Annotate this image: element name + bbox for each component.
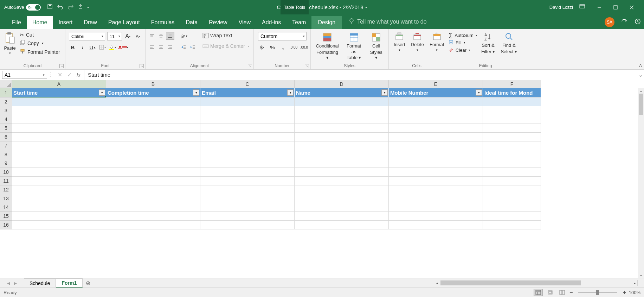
- cell[interactable]: [483, 194, 541, 203]
- row-header-3[interactable]: 3: [0, 106, 12, 115]
- cell[interactable]: [295, 177, 389, 185]
- cell[interactable]: [106, 150, 200, 159]
- cell[interactable]: [200, 97, 295, 106]
- scroll-right-icon[interactable]: ▸: [632, 280, 637, 286]
- cell[interactable]: [483, 150, 541, 159]
- cell[interactable]: [200, 221, 295, 229]
- minimize-button[interactable]: [591, 0, 607, 14]
- sheet-tab-form1[interactable]: Form1: [56, 278, 83, 287]
- autosave-toggle[interactable]: On: [26, 4, 41, 11]
- redo-icon[interactable]: [67, 4, 74, 11]
- scroll-left-icon[interactable]: ◂: [434, 280, 440, 286]
- cell[interactable]: [106, 141, 200, 150]
- fill-color-button[interactable]: ▾: [108, 43, 116, 51]
- merge-center-button[interactable]: Merge & Center▾: [201, 43, 251, 50]
- expand-formula-bar-button[interactable]: ⌄: [637, 70, 644, 80]
- share-icon[interactable]: [621, 18, 628, 26]
- tab-data[interactable]: Data: [180, 16, 203, 29]
- cell[interactable]: [483, 159, 541, 168]
- cell[interactable]: [200, 133, 295, 141]
- cell[interactable]: [483, 141, 541, 150]
- qat-customize-icon[interactable]: ▾: [87, 5, 89, 9]
- table-header-cell[interactable]: Completion time▾: [106, 88, 200, 97]
- cell[interactable]: [295, 212, 389, 221]
- save-icon[interactable]: [47, 4, 53, 11]
- history-icon[interactable]: [634, 18, 641, 26]
- cell[interactable]: [295, 185, 389, 194]
- cell[interactable]: [12, 106, 106, 115]
- normal-view-button[interactable]: [534, 289, 543, 296]
- tab-addins[interactable]: Add-ins: [256, 16, 286, 29]
- decrease-indent-button[interactable]: [179, 43, 188, 51]
- cell[interactable]: [200, 106, 295, 115]
- cell[interactable]: [12, 185, 106, 194]
- cell[interactable]: [200, 177, 295, 185]
- cell[interactable]: [389, 212, 483, 221]
- cell[interactable]: [389, 221, 483, 229]
- cell[interactable]: [295, 203, 389, 212]
- row-header-8[interactable]: 8: [0, 150, 12, 159]
- tab-file[interactable]: File: [6, 16, 27, 29]
- row-header-10[interactable]: 10: [0, 168, 12, 177]
- cell[interactable]: [483, 203, 541, 212]
- tab-page-layout[interactable]: Page Layout: [103, 16, 146, 29]
- cell[interactable]: [483, 212, 541, 221]
- column-header-D[interactable]: D: [295, 80, 389, 88]
- page-layout-view-button[interactable]: [546, 289, 555, 296]
- cell[interactable]: [483, 124, 541, 133]
- clear-button[interactable]: Clear▾: [449, 47, 477, 53]
- formula-input[interactable]: Start time: [84, 70, 637, 80]
- cell[interactable]: [389, 194, 483, 203]
- column-header-F[interactable]: F: [483, 80, 541, 88]
- font-color-button[interactable]: A▾: [118, 43, 128, 51]
- cell[interactable]: [106, 185, 200, 194]
- tab-design[interactable]: Design: [311, 16, 342, 29]
- enter-icon[interactable]: ✓: [67, 71, 72, 78]
- tab-view[interactable]: View: [233, 16, 256, 29]
- sheet-prev-icon[interactable]: ◂: [7, 280, 10, 286]
- cell[interactable]: [106, 194, 200, 203]
- cell[interactable]: [106, 203, 200, 212]
- cell[interactable]: [483, 106, 541, 115]
- cell[interactable]: [295, 159, 389, 168]
- cell[interactable]: [200, 203, 295, 212]
- cell[interactable]: [483, 115, 541, 124]
- cell[interactable]: [295, 194, 389, 203]
- cell[interactable]: [106, 106, 200, 115]
- cell[interactable]: [295, 97, 389, 106]
- cell[interactable]: [389, 115, 483, 124]
- cell[interactable]: [483, 221, 541, 229]
- zoom-slider[interactable]: [578, 292, 617, 293]
- cell[interactable]: [12, 168, 106, 177]
- cell[interactable]: [389, 185, 483, 194]
- increase-decimal-button[interactable]: .0.00: [290, 43, 297, 51]
- ribbon-display-icon[interactable]: [579, 4, 585, 10]
- cell[interactable]: [200, 124, 295, 133]
- cell[interactable]: [389, 168, 483, 177]
- cell[interactable]: [389, 97, 483, 106]
- alignment-dialog-launcher[interactable]: ↘: [248, 64, 252, 68]
- percent-format-button[interactable]: %: [269, 43, 276, 51]
- touch-mode-icon[interactable]: [78, 4, 83, 11]
- title-dropdown-icon[interactable]: ▾: [365, 5, 367, 9]
- scroll-up-icon[interactable]: ▴: [638, 88, 644, 94]
- table-header-cell[interactable]: Ideal time for Mond: [483, 88, 541, 97]
- column-header-C[interactable]: C: [200, 80, 295, 88]
- align-bottom-button[interactable]: [166, 32, 174, 40]
- fill-button[interactable]: Fill▾: [449, 40, 477, 46]
- avatar[interactable]: SA: [605, 17, 614, 27]
- copy-button[interactable]: Copy▾: [20, 40, 60, 46]
- filter-dropdown-icon[interactable]: ▾: [381, 89, 388, 96]
- tab-review[interactable]: Review: [203, 16, 233, 29]
- align-center-button[interactable]: [157, 43, 165, 51]
- font-size-combo[interactable]: 11▾: [107, 32, 122, 40]
- page-break-view-button[interactable]: [558, 289, 567, 296]
- undo-icon[interactable]: [57, 4, 63, 11]
- cell[interactable]: [295, 150, 389, 159]
- cell[interactable]: [106, 168, 200, 177]
- align-right-button[interactable]: [166, 43, 174, 51]
- cell[interactable]: [12, 141, 106, 150]
- collapse-ribbon-button[interactable]: ᐱ: [639, 63, 642, 68]
- cell[interactable]: [12, 212, 106, 221]
- cell[interactable]: [12, 97, 106, 106]
